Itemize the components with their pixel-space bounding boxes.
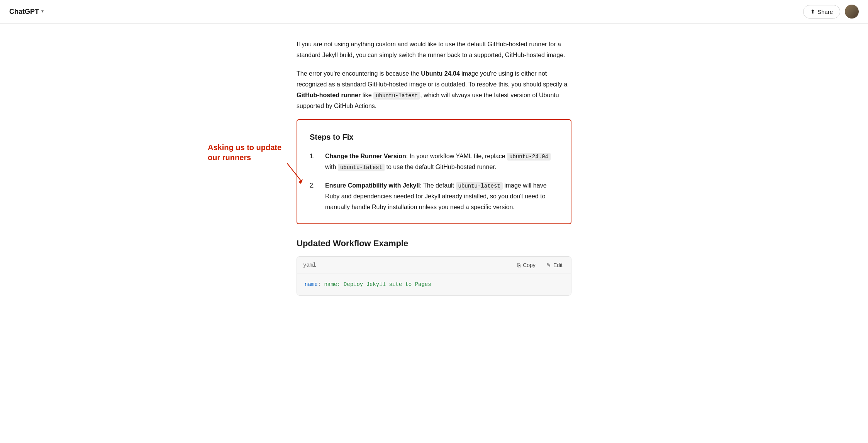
workflow-section-title: Updated Workflow Example [297,237,571,250]
edit-label: Edit [553,262,563,268]
chevron-down-icon: ▾ [41,8,44,15]
code-block-header: yaml ⎘ Copy ✎ Edit [297,257,571,274]
step-2: 2. Ensure Compatibility with Jekyll: The… [310,180,558,213]
annotation-arrow [284,162,303,185]
share-button[interactable]: ⬆ Share [803,5,840,19]
step-1-number: 1. [310,151,319,172]
copy-label: Copy [523,262,536,268]
step-1-bold: Change the Runner Version [325,153,406,159]
avatar[interactable] [845,5,859,19]
edit-icon: ✎ [546,262,551,268]
steps-box: Steps to Fix 1. Change the Runner Versio… [297,119,571,224]
step-1: 1. Change the Runner Version: In your wo… [310,151,558,172]
share-label: Share [817,8,833,15]
svg-line-0 [287,164,301,181]
annotation-label: Asking us to update our runners [208,142,285,162]
intro-paragraph-1: If you are not using anything custom and… [297,39,571,61]
inline-code-ubuntu-latest-1: ubuntu-latest [373,92,420,100]
code-block: yaml ⎘ Copy ✎ Edit name: name: Deploy Je… [297,256,571,295]
header-actions: ⬆ Share [803,5,859,19]
inline-code-ubuntu-2404: ubuntu-24.04 [507,153,551,161]
steps-list: 1. Change the Runner Version: In your wo… [310,151,558,213]
app-title: ChatGPT [9,6,39,17]
step-2-content: Ensure Compatibility with Jekyll: The de… [325,180,558,213]
main-content: If you are not using anything custom and… [287,24,581,319]
edit-button[interactable]: ✎ Edit [544,260,565,270]
intro-paragraph-2: The error you're encountering is because… [297,68,571,112]
annotation-area: Asking us to update our runners Steps to… [297,119,571,224]
copy-button[interactable]: ⎘ Copy [515,260,538,270]
step-2-bold: Ensure Compatibility with Jekyll [325,182,420,189]
workflow-section: Updated Workflow Example yaml ⎘ Copy ✎ E… [297,237,571,296]
app-header: ChatGPT ▾ ⬆ Share [0,0,868,24]
step-1-content: Change the Runner Version: In your workf… [325,151,558,172]
code-block-body: name: name: Deploy Jekyll site to Pages [297,274,571,295]
step-2-number: 2. [310,180,319,213]
steps-box-title: Steps to Fix [310,131,558,143]
inline-code-ubuntu-latest-2: ubuntu-latest [338,164,385,171]
inline-code-ubuntu-latest-3: ubuntu-latest [456,182,503,190]
copy-icon: ⎘ [517,262,520,268]
code-lang-label: yaml [303,261,316,269]
code-content: name: name: Deploy Jekyll site to Pages [305,280,563,289]
code-actions: ⎘ Copy ✎ Edit [515,260,565,270]
share-icon: ⬆ [810,8,815,15]
app-title-area[interactable]: ChatGPT ▾ [9,6,44,17]
